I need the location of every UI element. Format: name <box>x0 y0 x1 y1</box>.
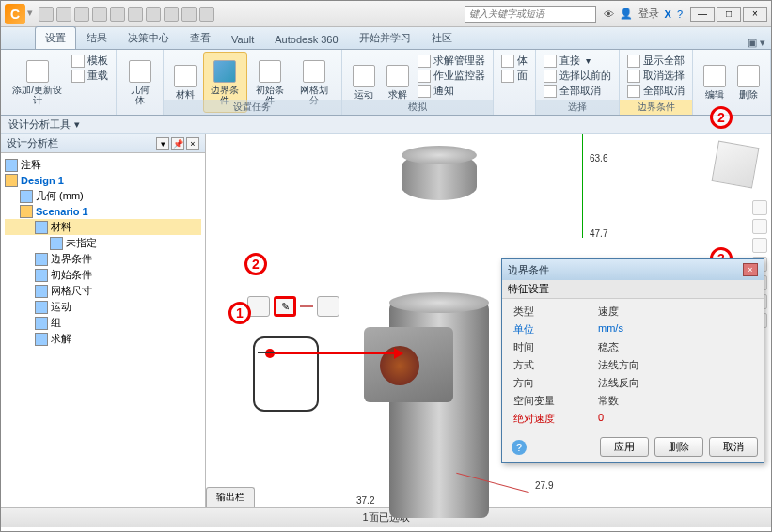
exchange-icon[interactable]: X <box>665 8 671 20</box>
motion-icon <box>353 65 375 87</box>
dialog-close-button[interactable]: × <box>743 263 758 276</box>
nav-pan-icon[interactable] <box>752 238 767 253</box>
dialog-cancel-button[interactable]: 取消 <box>709 437 758 457</box>
tab-vault[interactable]: Vault <box>221 29 264 49</box>
tree-item[interactable]: 几何 (mm) <box>5 188 201 204</box>
model-cylinder-top[interactable] <box>389 292 489 313</box>
tab-learn[interactable]: 开始并学习 <box>349 26 421 49</box>
direct-select-button[interactable]: 直接 ▾ <box>544 54 611 68</box>
tree-item[interactable]: 求解 <box>5 331 201 347</box>
model-cylinder-small-cap[interactable] <box>402 146 477 164</box>
sidebar: 设计分析栏 ▾ 📌 × 注释Design 1几何 (mm)Scenario 1材… <box>1 134 206 507</box>
group-label-setup: 设置任务 <box>164 100 341 115</box>
tree-item[interactable]: Design 1 <box>5 173 201 188</box>
dialog-help-icon[interactable]: ? <box>512 440 527 455</box>
add-update-design-button[interactable]: 添加/更新设计 <box>7 52 68 113</box>
nav-home-icon[interactable] <box>752 200 767 215</box>
dialog-delete-button[interactable]: 删除 <box>654 437 703 457</box>
qat-btn10-icon[interactable] <box>199 7 214 22</box>
ribbon-group-simulate: 运动 求解 求解管理器 作业监控器 通知 模拟 <box>342 50 494 115</box>
job-monitor-button[interactable]: 作业监控器 <box>418 69 485 83</box>
tree-item[interactable]: 未指定 <box>5 235 201 251</box>
tree-item[interactable]: Scenario 1 <box>5 204 201 219</box>
analysis-tools-label: 设计分析工具 <box>8 117 71 132</box>
qat-open-icon[interactable] <box>56 7 71 22</box>
tree-item[interactable]: 组 <box>5 315 201 331</box>
ribbon-collapse-icon[interactable]: ▣ ▾ <box>748 37 765 49</box>
tab-results[interactable]: 结果 <box>76 26 118 49</box>
design-icon <box>26 60 49 83</box>
close-button[interactable]: × <box>743 7 767 22</box>
nav-orbit-icon[interactable] <box>752 219 767 234</box>
axis-label-1: 63.6 <box>590 153 607 164</box>
tree-item-label: 网格尺寸 <box>51 284 92 298</box>
tab-community[interactable]: 社区 <box>421 26 463 49</box>
property-row[interactable]: 绝对速度0 <box>506 410 760 428</box>
tree-item[interactable]: 注释 <box>5 157 201 173</box>
context-btn-edit[interactable]: ✎ <box>274 296 296 317</box>
qat-btn8-icon[interactable] <box>164 7 179 22</box>
qat-btn6-icon[interactable] <box>128 7 143 22</box>
property-key: 时间 <box>513 340 598 354</box>
solve-icon <box>386 65 409 87</box>
body-button[interactable]: 体 <box>501 54 528 68</box>
dialog-titlebar[interactable]: 边界条件 × <box>502 259 764 280</box>
app-logo[interactable]: C <box>5 4 25 24</box>
select-previous-button[interactable]: 选择以前的 <box>544 69 611 83</box>
tree-item[interactable]: 运动 <box>5 299 201 315</box>
tree-item[interactable]: 网格尺寸 <box>5 283 201 299</box>
viewcube[interactable] <box>712 141 760 189</box>
tab-setup[interactable]: 设置 <box>35 26 76 49</box>
dialog-apply-button[interactable]: 应用 <box>600 437 649 457</box>
tab-decision[interactable]: 决策中心 <box>118 26 180 49</box>
maximize-button[interactable]: □ <box>717 7 741 22</box>
delete-button[interactable]: 删除 <box>733 52 764 113</box>
face-button[interactable]: 面 <box>501 69 528 83</box>
qat-new-icon[interactable] <box>39 7 54 22</box>
output-panel-tab[interactable]: 输出栏 <box>206 487 255 507</box>
property-row[interactable]: 方向法线反向 <box>506 374 760 392</box>
context-btn-3[interactable] <box>317 296 339 317</box>
show-all-button[interactable]: 显示全部 <box>627 54 685 68</box>
axis-label-4: 37.2 <box>356 495 374 506</box>
sidebar-menu-icon[interactable]: ▾ <box>156 137 169 150</box>
template-button[interactable]: 模板 <box>71 54 108 68</box>
group-label-sim: 模拟 <box>342 100 493 115</box>
deselect-all-button[interactable]: 全部取消 <box>544 84 611 98</box>
reload-button[interactable]: 重载 <box>71 69 108 83</box>
dropdown-icon[interactable]: ▾ <box>27 7 35 22</box>
minimize-button[interactable]: — <box>690 7 715 22</box>
qat-btn9-icon[interactable] <box>181 7 197 22</box>
tree-item[interactable]: 初始条件 <box>5 267 201 283</box>
tree-item[interactable]: 材料 <box>5 219 201 235</box>
sidebar-close-icon[interactable]: × <box>186 137 199 150</box>
property-row[interactable]: 类型速度 <box>506 303 760 321</box>
user-icon[interactable]: 👤 <box>620 8 633 20</box>
qat-save-icon[interactable] <box>74 7 89 22</box>
tab-view[interactable]: 查看 <box>180 26 221 49</box>
solver-manager-button[interactable]: 求解管理器 <box>418 54 485 68</box>
cancel-all-button[interactable]: 全部取消 <box>627 84 685 98</box>
search-input[interactable] <box>465 6 596 23</box>
geometry-button[interactable]: 几何体 <box>122 52 156 113</box>
login-link[interactable]: 登录 <box>638 7 659 21</box>
property-key: 方式 <box>513 358 598 372</box>
tree-item-label: 组 <box>51 316 61 330</box>
tab-a360[interactable]: Autodesk 360 <box>264 29 348 49</box>
property-row[interactable]: 单位mm/s <box>506 321 760 338</box>
tree-item[interactable]: 边界条件 <box>5 251 201 267</box>
qat-btn7-icon[interactable] <box>146 7 161 22</box>
binoculars-icon[interactable]: 👁 <box>604 8 614 20</box>
dialog-section-header: 特征设置 <box>502 280 764 299</box>
property-row[interactable]: 时间稳态 <box>506 338 760 356</box>
edit-button[interactable]: 编辑 <box>699 52 731 113</box>
property-row[interactable]: 空间变量常数 <box>506 392 760 410</box>
deselect-button[interactable]: 取消选择 <box>627 69 685 83</box>
sidebar-pin-icon[interactable]: 📌 <box>171 137 184 150</box>
help-icon[interactable]: ? <box>677 8 683 20</box>
qat-redo-icon[interactable] <box>110 7 125 22</box>
property-row[interactable]: 方式法线方向 <box>506 356 760 374</box>
notify-button[interactable]: 通知 <box>418 84 485 98</box>
qat-undo-icon[interactable] <box>92 7 107 22</box>
tree-item-label: 运动 <box>51 300 71 314</box>
